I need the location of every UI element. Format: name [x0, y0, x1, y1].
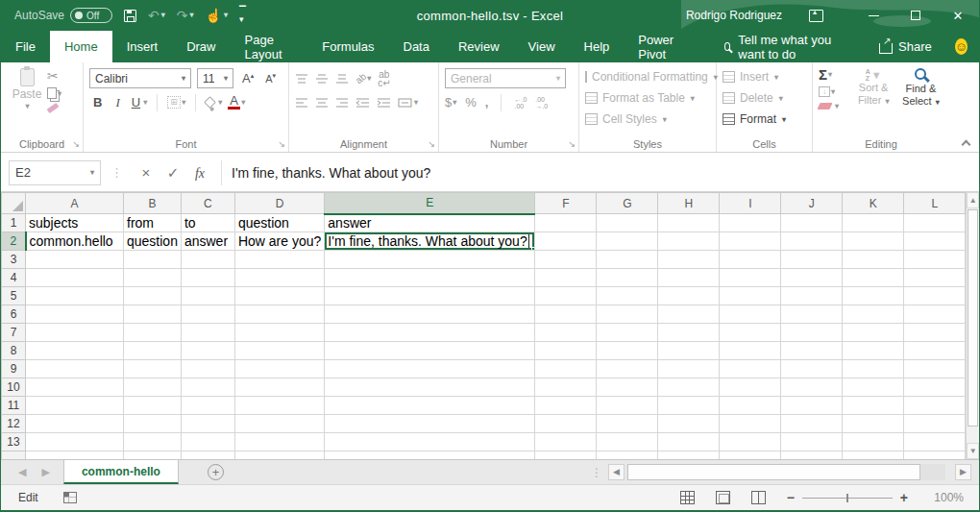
cell-I3[interactable]	[720, 251, 781, 269]
font-name-combo[interactable]: Calibri▾	[89, 68, 191, 88]
zoom-percentage[interactable]: 100%	[929, 491, 964, 504]
cell-I8[interactable]	[720, 342, 781, 360]
cell-L10[interactable]	[904, 378, 966, 397]
cell-F3[interactable]	[535, 251, 597, 269]
cell-J11[interactable]	[781, 397, 843, 415]
cell-H6[interactable]	[658, 305, 720, 324]
scroll-left-icon[interactable]: ◀	[608, 464, 625, 480]
horizontal-scrollbar[interactable]: ◀ ▶	[608, 460, 979, 484]
cell-A1[interactable]: subjects	[26, 214, 124, 232]
cell-J3[interactable]	[781, 251, 843, 269]
formula-bar-handle[interactable]: ⋮	[101, 165, 133, 180]
cell-D6[interactable]	[234, 305, 324, 324]
cell-F4[interactable]	[535, 269, 597, 287]
cell-C6[interactable]	[181, 305, 234, 324]
scroll-up-icon[interactable]: ▲	[967, 192, 979, 208]
cell-F8[interactable]	[535, 342, 597, 360]
cell-B6[interactable]	[124, 305, 182, 324]
cell-E10[interactable]	[325, 378, 535, 397]
cell-C3[interactable]	[181, 251, 234, 269]
cell-I11[interactable]	[720, 397, 781, 415]
cell-H13[interactable]	[658, 433, 720, 451]
conditional-formatting-button[interactable]: Conditional Formatting▾	[585, 66, 712, 87]
cell-J10[interactable]	[781, 378, 843, 397]
cell-K6[interactable]	[843, 305, 904, 324]
row-header-6[interactable]: 6	[2, 305, 26, 324]
cell-L3[interactable]	[904, 251, 966, 269]
cell-I13[interactable]	[720, 433, 781, 451]
cell-B13[interactable]	[124, 433, 182, 451]
customize-quick-access-button[interactable]: ▔▾	[239, 7, 246, 24]
insert-function-button[interactable]: fx	[186, 164, 213, 182]
cell-G8[interactable]	[597, 342, 658, 360]
tab-view[interactable]: View	[514, 31, 570, 62]
cell-G7[interactable]	[597, 324, 658, 342]
vertical-scrollbar-thumb[interactable]	[968, 209, 978, 427]
minimize-button[interactable]	[852, 0, 894, 31]
cell-J7[interactable]	[781, 324, 843, 342]
previous-sheet-icon[interactable]: ◀	[18, 466, 26, 478]
cell-G6[interactable]	[597, 305, 658, 324]
cell-I9[interactable]	[720, 360, 781, 378]
cell-L2[interactable]	[904, 232, 966, 251]
cut-button[interactable]: ✂	[47, 68, 61, 84]
cell-E6[interactable]	[325, 305, 535, 324]
macro-record-icon[interactable]	[63, 492, 77, 503]
cell-E4[interactable]	[325, 269, 535, 287]
cell-G10[interactable]	[597, 378, 658, 397]
col-header-I[interactable]: I	[720, 193, 781, 214]
increase-font-size-button[interactable]: A▴	[239, 71, 257, 85]
cell-H7[interactable]	[658, 324, 720, 342]
format-as-table-button[interactable]: Format as Table▾	[585, 87, 712, 109]
cell-J2[interactable]	[781, 232, 843, 251]
cell-D1[interactable]: question	[234, 214, 324, 232]
horizontal-scrollbar-track[interactable]	[626, 464, 945, 480]
align-right-button[interactable]	[335, 97, 349, 108]
paste-button[interactable]: Paste ▾	[7, 66, 47, 110]
row-header-1[interactable]: 1	[2, 214, 26, 232]
row-header-12[interactable]: 12	[2, 415, 26, 433]
cell-L11[interactable]	[904, 397, 966, 415]
cell-C2[interactable]: answer	[181, 232, 234, 251]
cell-A4[interactable]	[26, 269, 124, 287]
cell-C11[interactable]	[181, 397, 234, 415]
cell-J4[interactable]	[781, 269, 843, 287]
cell-C5[interactable]	[181, 287, 234, 305]
cell-A7[interactable]	[26, 324, 124, 342]
cell-F10[interactable]	[535, 378, 597, 397]
col-header-K[interactable]: K	[843, 193, 904, 214]
maximize-button[interactable]	[894, 0, 937, 31]
zoom-slider[interactable]	[802, 498, 893, 499]
cell-E9[interactable]	[325, 360, 535, 378]
cell-D9[interactable]	[234, 360, 324, 378]
row-header-8[interactable]: 8	[2, 342, 26, 360]
format-cells-button[interactable]: Format▾	[723, 109, 808, 130]
col-header-F[interactable]: F	[535, 193, 597, 214]
cell-A11[interactable]	[26, 397, 124, 415]
cell-D5[interactable]	[234, 287, 324, 305]
cell-L12[interactable]	[904, 415, 966, 433]
cell-K3[interactable]	[843, 251, 904, 269]
cell-L1[interactable]	[904, 214, 966, 232]
accounting-format-button[interactable]: $▾	[445, 95, 456, 110]
page-break-preview-icon[interactable]	[751, 491, 766, 504]
cell-G3[interactable]	[597, 251, 658, 269]
align-left-button[interactable]	[295, 97, 308, 108]
cell-B7[interactable]	[124, 324, 182, 342]
delete-cells-button[interactable]: Delete▾	[723, 87, 808, 109]
cell-I12[interactable]	[720, 415, 781, 433]
cell-D7[interactable]	[234, 324, 324, 342]
zoom-out-icon[interactable]: −	[787, 490, 795, 505]
cell-E13[interactable]	[325, 433, 535, 451]
cell-H4[interactable]	[658, 269, 720, 287]
row-header-10[interactable]: 10	[2, 378, 26, 397]
touch-mouse-mode-button[interactable]: ☝▾	[206, 9, 228, 22]
cell-F7[interactable]	[535, 324, 597, 342]
clear-button[interactable]: ▾	[819, 102, 851, 110]
tab-power-pivot[interactable]: Power Pivot	[624, 31, 698, 62]
cell-G9[interactable]	[597, 360, 658, 378]
decrease-decimal-button[interactable]: .00→.0	[535, 96, 548, 110]
tab-data[interactable]: Data	[389, 31, 444, 62]
cell-F1[interactable]	[535, 214, 597, 232]
cell-B11[interactable]	[124, 397, 182, 415]
